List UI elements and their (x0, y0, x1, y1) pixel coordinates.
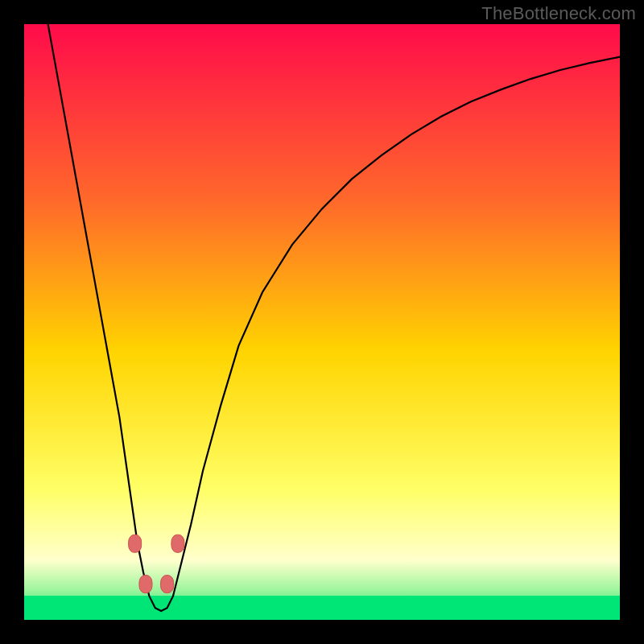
attribution-label: TheBottleneck.com (481, 3, 636, 24)
curve-marker-1 (139, 576, 152, 593)
curve-marker-3 (171, 535, 184, 552)
plot-gradient-background (24, 24, 620, 620)
chart-svg (0, 0, 644, 644)
curve-marker-0 (129, 535, 142, 552)
curve-marker-2 (161, 576, 174, 593)
chart-canvas: TheBottleneck.com (0, 0, 644, 644)
green-band (24, 596, 620, 620)
